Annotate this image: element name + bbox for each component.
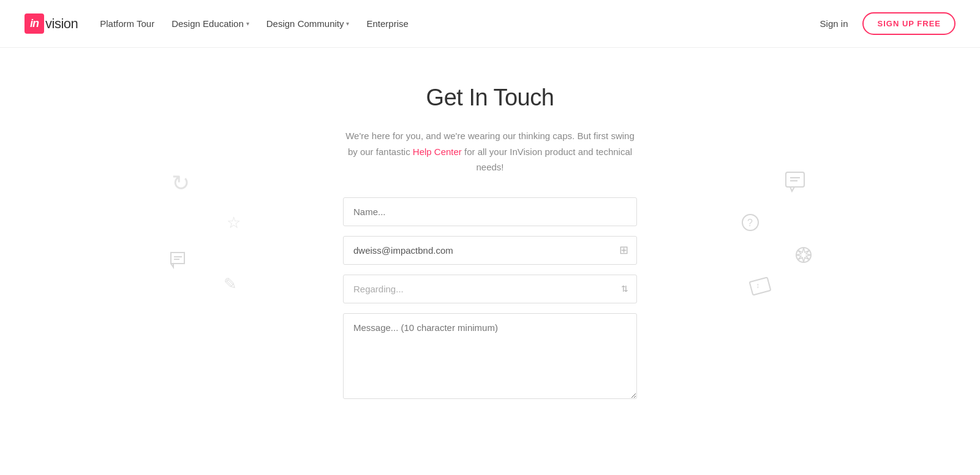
subtitle: We're here for you, and we're wearing ou… (343, 128, 637, 175)
subtitle-after: for all your InVision product and techni… (462, 146, 632, 173)
navbar-left: in vision Platform Tour Design Education… (24, 13, 409, 34)
question-icon: ? (741, 213, 760, 236)
svg-text:?: ? (747, 218, 753, 228)
name-input[interactable] (343, 197, 637, 226)
refresh-icon: ↻ (172, 170, 190, 196)
sign-in-link[interactable]: Sign in (820, 18, 848, 29)
email-input[interactable] (343, 236, 637, 265)
nav-platform-tour[interactable]: Platform Tour (100, 18, 154, 29)
svg-rect-8 (750, 277, 771, 295)
pencil-icon: ✎ (224, 275, 237, 294)
chevron-down-icon: ▾ (246, 20, 249, 27)
form-container: Get In Touch We're here for you, and we'… (343, 85, 637, 401)
help-center-link[interactable]: Help Center (413, 146, 462, 157)
chevron-down-icon: ▾ (346, 20, 349, 27)
svg-point-5 (742, 215, 758, 230)
main-content: ↻ ☆ ✎ ? (0, 48, 980, 475)
page-title: Get In Touch (343, 85, 637, 111)
nav-enterprise[interactable]: Enterprise (366, 18, 408, 29)
logo[interactable]: in vision (24, 13, 78, 34)
select-wrapper: Regarding... General Inquiry Technical S… (343, 275, 637, 303)
nav-design-education[interactable]: Design Education ▾ (172, 18, 249, 29)
navbar: in vision Platform Tour Design Education… (0, 0, 980, 48)
navbar-right: Sign in SIGN UP FREE (820, 12, 956, 35)
speech-icon (784, 170, 809, 200)
burst-icon (793, 244, 815, 271)
star-icon: ☆ (227, 213, 241, 232)
message-textarea[interactable] (343, 313, 637, 399)
svg-text:↕: ↕ (756, 281, 760, 290)
svg-point-7 (796, 248, 811, 262)
chat-icon (168, 250, 190, 277)
sign-up-button[interactable]: SIGN UP FREE (862, 12, 956, 35)
address-book-icon: ⊞ (619, 243, 628, 257)
regarding-select[interactable]: Regarding... General Inquiry Technical S… (343, 275, 637, 303)
svg-rect-2 (786, 172, 804, 187)
email-wrapper: ⊞ (343, 236, 637, 265)
nav-links: Platform Tour Design Education ▾ Design … (100, 18, 409, 29)
logo-vision: vision (45, 16, 78, 32)
card-icon: ↕ (748, 275, 772, 303)
nav-design-community[interactable]: Design Community ▾ (266, 18, 350, 29)
logo-in: in (24, 13, 44, 34)
